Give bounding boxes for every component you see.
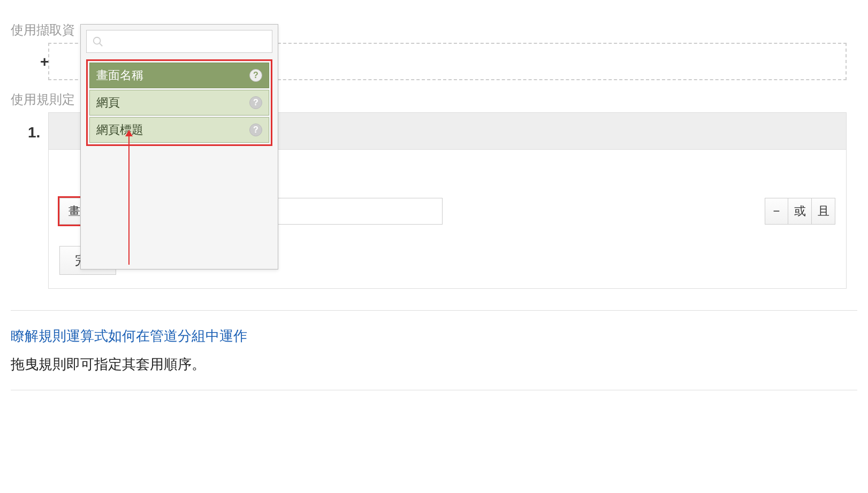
remove-condition-button[interactable]: − bbox=[765, 198, 788, 225]
dropdown-option-label: 畫面名稱 bbox=[96, 67, 143, 83]
learn-more-link[interactable]: 瞭解規則運算式如何在管道分組中運作 bbox=[11, 327, 857, 345]
field-dropdown-popup: 畫面名稱 ? 網頁 ? 網頁標題 ? bbox=[80, 24, 278, 269]
drag-hint-text: 拖曳規則即可指定其套用順序。 bbox=[11, 355, 857, 374]
dropdown-option-label: 網頁 bbox=[96, 95, 120, 111]
help-icon[interactable]: ? bbox=[249, 124, 262, 136]
divider bbox=[11, 390, 857, 390]
add-extract-button[interactable]: + bbox=[40, 53, 49, 71]
annotation-arrow bbox=[128, 131, 130, 265]
rule-number: 1. bbox=[28, 124, 40, 141]
search-icon bbox=[92, 36, 104, 48]
help-icon[interactable]: ? bbox=[249, 96, 262, 109]
dropdown-search-input[interactable] bbox=[108, 35, 267, 48]
and-button[interactable]: 且 bbox=[812, 198, 835, 225]
dropdown-option-page[interactable]: 網頁 ? bbox=[89, 90, 269, 115]
svg-point-0 bbox=[94, 37, 101, 44]
dropdown-option-screen-name[interactable]: 畫面名稱 ? bbox=[89, 63, 269, 88]
svg-line-1 bbox=[100, 43, 103, 46]
dropdown-list-highlight: 畫面名稱 ? 網頁 ? 網頁標題 ? bbox=[86, 59, 272, 146]
dropdown-search[interactable] bbox=[86, 30, 272, 53]
or-button[interactable]: 或 bbox=[788, 198, 812, 225]
help-icon[interactable]: ? bbox=[249, 69, 262, 82]
dropdown-option-page-title[interactable]: 網頁標題 ? bbox=[89, 117, 269, 143]
dropdown-option-label: 網頁標題 bbox=[96, 122, 143, 138]
